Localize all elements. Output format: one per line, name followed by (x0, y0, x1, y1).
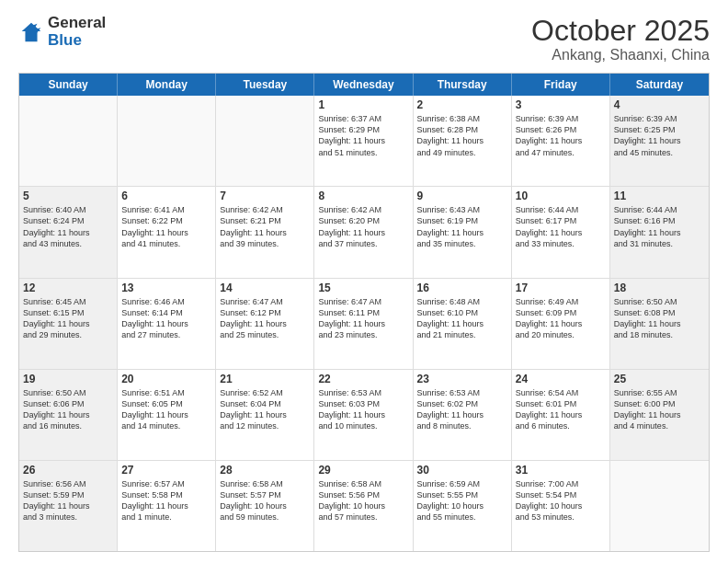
day-info: Sunrise: 6:49 AM Sunset: 6:09 PM Dayligh… (516, 296, 606, 341)
calendar-day-23: 23Sunrise: 6:53 AM Sunset: 6:02 PM Dayli… (414, 370, 512, 460)
calendar-day-7: 7Sunrise: 6:42 AM Sunset: 6:21 PM Daylig… (216, 187, 314, 277)
day-number: 18 (614, 282, 705, 294)
calendar-day-empty (19, 96, 118, 186)
header-day-tuesday: Tuesday (216, 74, 314, 96)
day-info: Sunrise: 6:51 AM Sunset: 6:05 PM Dayligh… (121, 387, 211, 432)
day-number: 12 (23, 282, 113, 294)
calendar-week-1: 1Sunrise: 6:37 AM Sunset: 6:29 PM Daylig… (19, 96, 709, 187)
calendar-day-29: 29Sunrise: 6:58 AM Sunset: 5:56 PM Dayli… (314, 461, 413, 551)
calendar-day-22: 22Sunrise: 6:53 AM Sunset: 6:03 PM Dayli… (314, 370, 413, 460)
calendar-day-empty (610, 461, 709, 551)
calendar-day-3: 3Sunrise: 6:39 AM Sunset: 6:26 PM Daylig… (512, 96, 610, 186)
header: General Blue October 2025 Ankang, Shaanx… (18, 15, 710, 63)
calendar-day-28: 28Sunrise: 6:58 AM Sunset: 5:57 PM Dayli… (216, 461, 314, 551)
header-day-sunday: Sunday (19, 74, 118, 96)
day-number: 9 (417, 190, 507, 202)
day-number: 29 (318, 464, 408, 477)
calendar-week-5: 26Sunrise: 6:56 AM Sunset: 5:59 PM Dayli… (19, 461, 709, 551)
day-number: 17 (516, 282, 606, 294)
svg-marker-0 (22, 22, 41, 41)
day-info: Sunrise: 6:56 AM Sunset: 5:59 PM Dayligh… (23, 478, 113, 523)
day-number: 25 (614, 373, 705, 385)
day-info: Sunrise: 6:54 AM Sunset: 6:01 PM Dayligh… (516, 387, 606, 432)
day-info: Sunrise: 6:52 AM Sunset: 6:04 PM Dayligh… (220, 387, 310, 432)
day-number: 24 (516, 373, 606, 385)
calendar-day-21: 21Sunrise: 6:52 AM Sunset: 6:04 PM Dayli… (216, 370, 314, 460)
calendar-day-15: 15Sunrise: 6:47 AM Sunset: 6:11 PM Dayli… (314, 279, 413, 369)
day-number: 21 (220, 373, 310, 385)
logo: General Blue (18, 15, 106, 49)
day-info: Sunrise: 6:44 AM Sunset: 6:17 PM Dayligh… (516, 204, 606, 249)
day-number: 26 (23, 464, 113, 477)
title-block: October 2025 Ankang, Shaanxi, China (531, 15, 710, 63)
calendar-day-11: 11Sunrise: 6:44 AM Sunset: 6:16 PM Dayli… (610, 187, 709, 277)
day-number: 2 (417, 98, 507, 111)
day-number: 28 (220, 464, 310, 477)
day-number: 8 (318, 190, 408, 202)
day-info: Sunrise: 6:57 AM Sunset: 5:58 PM Dayligh… (121, 478, 211, 523)
day-info: Sunrise: 6:47 AM Sunset: 6:11 PM Dayligh… (318, 296, 408, 341)
day-number: 10 (516, 190, 606, 202)
day-number: 3 (516, 98, 606, 111)
day-number: 16 (417, 282, 507, 294)
day-info: Sunrise: 6:58 AM Sunset: 5:57 PM Dayligh… (220, 478, 310, 523)
day-number: 14 (220, 282, 310, 294)
calendar-title: October 2025 (531, 15, 710, 47)
calendar-subtitle: Ankang, Shaanxi, China (531, 47, 710, 63)
day-info: Sunrise: 6:50 AM Sunset: 6:08 PM Dayligh… (614, 296, 705, 341)
calendar-week-2: 5Sunrise: 6:40 AM Sunset: 6:24 PM Daylig… (19, 187, 709, 278)
day-info: Sunrise: 6:42 AM Sunset: 6:21 PM Dayligh… (220, 204, 310, 249)
calendar-day-8: 8Sunrise: 6:42 AM Sunset: 6:20 PM Daylig… (314, 187, 413, 277)
calendar-day-12: 12Sunrise: 6:45 AM Sunset: 6:15 PM Dayli… (19, 279, 118, 369)
calendar-day-2: 2Sunrise: 6:38 AM Sunset: 6:28 PM Daylig… (414, 96, 512, 186)
day-number: 5 (23, 190, 113, 202)
day-info: Sunrise: 6:59 AM Sunset: 5:55 PM Dayligh… (417, 478, 507, 523)
day-info: Sunrise: 6:53 AM Sunset: 6:02 PM Dayligh… (417, 387, 507, 432)
calendar-body: 1Sunrise: 6:37 AM Sunset: 6:29 PM Daylig… (19, 96, 709, 551)
calendar-day-19: 19Sunrise: 6:50 AM Sunset: 6:06 PM Dayli… (19, 370, 118, 460)
day-info: Sunrise: 6:45 AM Sunset: 6:15 PM Dayligh… (23, 296, 113, 341)
day-info: Sunrise: 6:41 AM Sunset: 6:22 PM Dayligh… (121, 204, 211, 249)
calendar-day-1: 1Sunrise: 6:37 AM Sunset: 6:29 PM Daylig… (314, 96, 413, 186)
header-day-friday: Friday (512, 74, 610, 96)
calendar-day-17: 17Sunrise: 6:49 AM Sunset: 6:09 PM Dayli… (512, 279, 610, 369)
day-info: Sunrise: 6:37 AM Sunset: 6:29 PM Dayligh… (318, 113, 408, 158)
day-info: Sunrise: 6:53 AM Sunset: 6:03 PM Dayligh… (318, 387, 408, 432)
day-info: Sunrise: 6:43 AM Sunset: 6:19 PM Dayligh… (417, 204, 507, 249)
day-number: 11 (614, 190, 705, 202)
calendar-day-27: 27Sunrise: 6:57 AM Sunset: 5:58 PM Dayli… (118, 461, 216, 551)
calendar-day-16: 16Sunrise: 6:48 AM Sunset: 6:10 PM Dayli… (414, 279, 512, 369)
header-day-thursday: Thursday (414, 74, 512, 96)
calendar-day-20: 20Sunrise: 6:51 AM Sunset: 6:05 PM Dayli… (118, 370, 216, 460)
calendar-day-6: 6Sunrise: 6:41 AM Sunset: 6:22 PM Daylig… (118, 187, 216, 277)
calendar-day-14: 14Sunrise: 6:47 AM Sunset: 6:12 PM Dayli… (216, 279, 314, 369)
calendar-day-empty (216, 96, 314, 186)
calendar-day-10: 10Sunrise: 6:44 AM Sunset: 6:17 PM Dayli… (512, 187, 610, 277)
calendar-day-24: 24Sunrise: 6:54 AM Sunset: 6:01 PM Dayli… (512, 370, 610, 460)
day-info: Sunrise: 6:46 AM Sunset: 6:14 PM Dayligh… (121, 296, 211, 341)
header-day-saturday: Saturday (610, 74, 709, 96)
day-number: 15 (318, 282, 408, 294)
day-number: 6 (121, 190, 211, 202)
day-number: 27 (121, 464, 211, 477)
day-info: Sunrise: 6:50 AM Sunset: 6:06 PM Dayligh… (23, 387, 113, 432)
logo-text: General Blue (48, 15, 106, 49)
calendar-day-5: 5Sunrise: 6:40 AM Sunset: 6:24 PM Daylig… (19, 187, 118, 277)
day-info: Sunrise: 6:42 AM Sunset: 6:20 PM Dayligh… (318, 204, 408, 249)
day-number: 19 (23, 373, 113, 385)
day-info: Sunrise: 6:55 AM Sunset: 6:00 PM Dayligh… (614, 387, 705, 432)
day-info: Sunrise: 6:58 AM Sunset: 5:56 PM Dayligh… (318, 478, 408, 523)
logo-icon (18, 19, 44, 45)
day-info: Sunrise: 6:47 AM Sunset: 6:12 PM Dayligh… (220, 296, 310, 341)
page: General Blue October 2025 Ankang, Shaanx… (0, 0, 728, 563)
calendar-day-26: 26Sunrise: 6:56 AM Sunset: 5:59 PM Dayli… (19, 461, 118, 551)
calendar-day-9: 9Sunrise: 6:43 AM Sunset: 6:19 PM Daylig… (414, 187, 512, 277)
logo-blue: Blue (48, 32, 106, 50)
day-number: 1 (318, 98, 408, 111)
calendar-day-18: 18Sunrise: 6:50 AM Sunset: 6:08 PM Dayli… (610, 279, 709, 369)
day-info: Sunrise: 6:44 AM Sunset: 6:16 PM Dayligh… (614, 204, 705, 249)
calendar-week-3: 12Sunrise: 6:45 AM Sunset: 6:15 PM Dayli… (19, 279, 709, 370)
calendar-header: SundayMondayTuesdayWednesdayThursdayFrid… (19, 74, 709, 96)
calendar: SundayMondayTuesdayWednesdayThursdayFrid… (18, 73, 710, 552)
day-number: 7 (220, 190, 310, 202)
